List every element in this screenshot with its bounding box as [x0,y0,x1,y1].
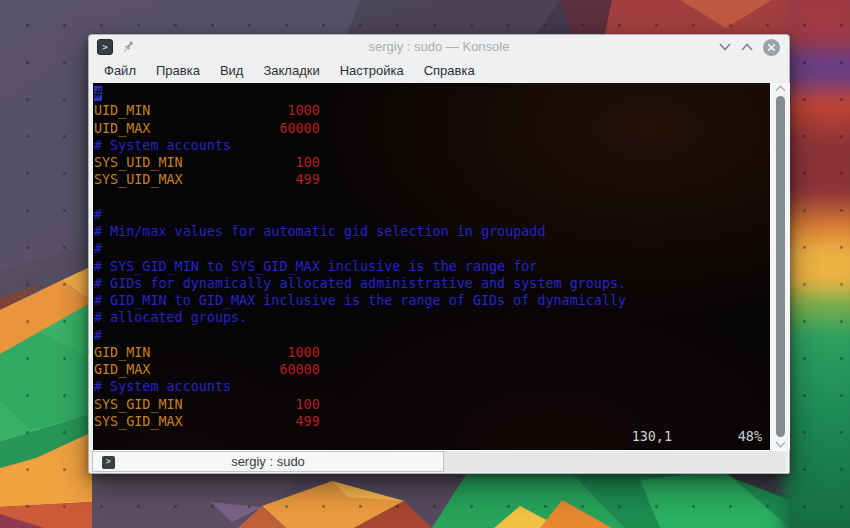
terminal-line: # [94,85,770,102]
konsole-window: > sergiy : sudo — Konsole [88,34,790,474]
wallpaper-right-blur [782,0,850,528]
terminal-line: # [94,240,770,257]
menubar: ФайлПравкаВидЗакладкиНастройкаСправка [89,59,789,83]
menu-item-Справка[interactable]: Справка [414,59,485,83]
scroll-up-icon[interactable] [776,86,786,96]
terminal-line: # [94,206,770,223]
terminal-line: UID_MAX 60000 [94,120,770,137]
scroll-down-icon[interactable] [776,438,786,448]
maximize-button[interactable] [740,42,754,52]
terminal-line: GID_MAX 60000 [94,361,770,378]
scrollbar-thumb[interactable] [776,96,785,437]
terminal-line: # System accounts [94,137,770,154]
menu-item-Файл[interactable]: Файл [94,59,146,83]
titlebar[interactable]: > sergiy : sudo — Konsole [89,35,789,59]
terminal-line: # GID_MIN to GID_MAX inclusive is the ra… [94,292,770,309]
terminal-line: # allocated groups. [94,309,770,326]
menu-item-Закладки[interactable]: Закладки [253,59,329,83]
terminal-lines: #UID_MIN 1000UID_MAX 60000# System accou… [93,83,770,430]
scrollbar[interactable] [770,83,790,450]
window-title: sergiy : sudo — Konsole [89,35,789,59]
tab-terminal-icon: > [102,456,115,469]
terminal-line: SYS_GID_MIN 100 [94,396,770,413]
terminal-line: UID_MIN 1000 [94,102,770,119]
tab-label: sergiy : sudo [93,452,443,472]
terminal-line [94,189,770,206]
terminal-view[interactable]: #UID_MIN 1000UID_MAX 60000# System accou… [93,83,770,450]
terminal-line: # System accounts [94,378,770,395]
menu-item-Настройка[interactable]: Настройка [330,59,414,83]
minimize-button[interactable] [718,42,732,52]
close-button[interactable] [762,38,781,57]
terminal-line: SYS_UID_MAX 499 [94,171,770,188]
terminal-line: SYS_UID_MIN 100 [94,154,770,171]
tab-bar: > sergiy : sudo [92,450,786,472]
terminal-line: # GIDs for dynamically allocated adminis… [94,275,770,292]
terminal-line: GID_MIN 1000 [94,344,770,361]
vim-statusline: 130,1 48% [93,428,770,445]
terminal-line: # SYS_GID_MIN to SYS_GID_MAX inclusive i… [94,258,770,275]
menu-item-Вид[interactable]: Вид [210,59,254,83]
terminal-line: # Min/max values for automatic gid selec… [94,223,770,240]
cursor-position: 130,1 [632,428,672,445]
tab-sergiy-sudo[interactable]: > sergiy : sudo [92,451,444,472]
desktop: > sergiy : sudo — Konsole [0,0,850,528]
terminal-line: # [94,327,770,344]
scroll-percent: 48% [738,428,762,445]
menu-item-Правка[interactable]: Правка [146,59,210,83]
